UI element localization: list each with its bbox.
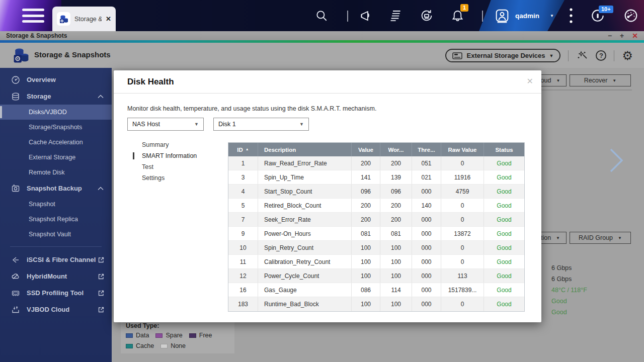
legend-swatch (189, 333, 196, 338)
cell-value: 100 (352, 269, 380, 283)
cell-description: Gas_Gauge (258, 283, 352, 297)
disk-icon (452, 52, 462, 59)
column-header-worst[interactable]: Wor... (380, 143, 412, 156)
announcements-icon[interactable] (359, 9, 373, 23)
button-label: RAID Group (579, 234, 613, 241)
topbar-separator (482, 11, 483, 22)
sidebar-item-overview[interactable]: Overview (0, 71, 112, 88)
cell-id: 16 (228, 283, 258, 297)
column-header-raw-value[interactable]: Raw Value (441, 143, 484, 156)
cell-description: Retired_Block_Count (258, 199, 352, 212)
app-header: Storage & Snapshots External Storage Dev… (0, 43, 644, 68)
cell-status: Good (484, 156, 524, 170)
sidebar-item-storage-snapshots[interactable]: Storage/Snapshots (0, 120, 112, 135)
carousel-next-icon[interactable] (609, 147, 624, 173)
window-close-icon[interactable]: ✕ (632, 32, 638, 39)
nav-item-test[interactable]: Test (133, 161, 197, 172)
disk-status-value: Good (551, 298, 567, 305)
sidebar-item-snapshot-backup[interactable]: Snapshot Backup (0, 180, 112, 197)
event-logs-icon[interactable] (388, 9, 402, 23)
ssd-icon (11, 289, 20, 298)
column-header-value[interactable]: Value (352, 143, 380, 156)
topbar-separator (347, 11, 348, 22)
sidebar-item-snapshot-vault[interactable]: Snapshot Vault (0, 227, 112, 242)
cell-raw-value: 0 (441, 213, 484, 226)
external-link-icon (98, 290, 105, 297)
window-title-bar: Storage & Snapshots − + ✕ (0, 31, 644, 40)
user-name[interactable]: qadmin (515, 12, 539, 20)
legend-item: Spare (155, 332, 182, 339)
nav-item-settings[interactable]: Settings (133, 172, 197, 184)
user-avatar-icon[interactable] (494, 8, 510, 24)
disk-select[interactable]: Disk 1 ▼ (213, 118, 309, 131)
raid-group-button[interactable]: RAID Group ▼ (570, 232, 631, 244)
main-menu-icon[interactable] (22, 9, 44, 23)
sidebar-item-ssd-profiling-tool[interactable]: SSD Profiling Tool (0, 285, 112, 301)
cell-value: 200 (352, 199, 380, 212)
column-header-description[interactable]: Description (258, 143, 352, 156)
nav-item-smart-information[interactable]: SMART Information (133, 150, 197, 161)
sidebar-item-snapshot[interactable]: Snapshot (0, 197, 112, 212)
legend-label: Cache (136, 342, 154, 349)
window-maximize-icon[interactable]: + (620, 32, 624, 39)
column-header-id[interactable]: ID ▲ (228, 143, 258, 156)
device-selector-dropdown[interactable]: External Storage Devices ▼ (445, 49, 560, 62)
table-header-row: ID ▲ Description Value Wor... Thre... Ra… (228, 143, 524, 156)
sidebar-item-remote-disk[interactable]: Remote Disk (0, 165, 112, 180)
cell-worst: 100 (380, 255, 412, 268)
dashboard-icon[interactable] (623, 8, 639, 24)
sidebar: Overview Storage Disks/VJBOD Storage/Sna… (0, 68, 112, 362)
sidebar-item-vjbod-cloud[interactable]: VJBOD Cloud (0, 301, 112, 318)
legend-label: Data (136, 332, 149, 339)
header-separator (614, 50, 614, 61)
cell-threshold: 000 (412, 255, 441, 268)
table-row: 11 Calibration_Retry_Count 100 100 000 0… (228, 255, 524, 269)
sidebar-item-external-storage[interactable]: External Storage (0, 150, 112, 165)
sidebar-item-snapshot-replica[interactable]: Snapshot Replica (0, 212, 112, 227)
app-tab-storage-snapshots[interactable]: Storage & S... ✕ (52, 7, 116, 31)
sidebar-item-iscsi-fibre-channel[interactable]: iSCSI & Fibre Channel (0, 251, 112, 268)
sidebar-item-label: Snapshot (29, 201, 55, 208)
nas-host-select[interactable]: NAS Host ▼ (127, 118, 204, 131)
dialog-description: Monitor disk health, temperature, and us… (127, 105, 376, 112)
dialog-close-icon[interactable]: ✕ (527, 76, 533, 86)
notification-badge[interactable]: 1 (460, 4, 468, 12)
storage-wizard-icon[interactable] (576, 50, 588, 62)
cell-threshold: 021 (412, 170, 441, 184)
sidebar-item-hybridmount[interactable]: HybridMount (0, 268, 112, 285)
settings-gear-icon[interactable]: ⚙ (622, 50, 633, 62)
header-separator (568, 50, 569, 61)
legend-label: None (171, 342, 186, 349)
cell-worst: 100 (380, 269, 412, 283)
tasks-badge[interactable]: 10+ (599, 6, 613, 13)
sidebar-item-label: Snapshot Replica (29, 216, 78, 223)
cell-raw-value: 0 (441, 156, 484, 170)
cell-description: Runtime_Bad_Block (258, 297, 352, 311)
window-minimize-icon[interactable]: − (608, 32, 612, 39)
search-icon[interactable] (315, 9, 328, 22)
snapshot-camera-icon (11, 184, 20, 193)
tab-close-icon[interactable]: ✕ (106, 15, 111, 23)
background-tasks-icon[interactable] (420, 9, 434, 23)
column-header-status[interactable]: Status (484, 143, 524, 156)
sidebar-item-disks-vjbod[interactable]: Disks/VJBOD (0, 105, 112, 120)
cell-worst: 100 (380, 297, 412, 311)
chevron-up-icon[interactable] (98, 95, 104, 99)
recover-button[interactable]: Recover ▼ (570, 74, 631, 86)
column-header-threshold[interactable]: Thre... (412, 143, 441, 156)
table-body: 1 Raw_Read_Error_Rate 200 200 051 0 Good… (228, 156, 524, 311)
cell-value: 100 (352, 255, 380, 268)
caret-down-icon: ▼ (194, 122, 199, 127)
chevron-up-icon[interactable] (98, 187, 104, 191)
help-icon[interactable]: ? (596, 50, 606, 61)
device-selector-label: External Storage Devices (466, 52, 545, 59)
sidebar-item-label: Overview (27, 76, 56, 83)
cell-id: 1 (228, 156, 258, 170)
table-row: 4 Start_Stop_Count 096 096 000 4759 Good (228, 185, 524, 199)
user-menu-caret-icon[interactable]: ▼ (550, 14, 554, 18)
sidebar-item-cache-acceleration[interactable]: Cache Acceleration (0, 135, 112, 150)
nav-item-summary[interactable]: Summary (133, 139, 197, 150)
sidebar-item-storage[interactable]: Storage (0, 88, 112, 105)
options-dots-icon[interactable] (569, 7, 574, 24)
iscsi-icon (11, 255, 20, 264)
